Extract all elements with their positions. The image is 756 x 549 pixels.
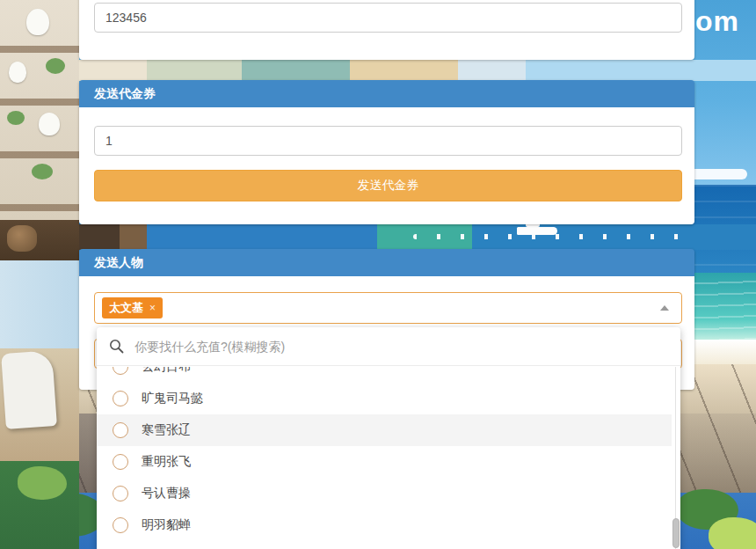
wall: [0, 260, 79, 348]
ceramic-vase: [39, 113, 60, 135]
code-input[interactable]: [94, 3, 682, 33]
radio-icon[interactable]: [113, 517, 128, 533]
character-panel-title: 发送人物: [79, 249, 694, 276]
dropdown-search-input[interactable]: [133, 339, 668, 355]
dropdown-option[interactable]: 旷鬼司马懿: [97, 383, 672, 414]
radio-icon[interactable]: [113, 486, 128, 501]
selected-tag-label: 太文基: [109, 297, 143, 318]
plant: [7, 111, 25, 125]
barrel: [7, 225, 37, 252]
radio-icon[interactable]: [113, 367, 128, 375]
plant: [32, 164, 53, 179]
card-top: [79, 0, 694, 60]
foliage: [709, 517, 756, 549]
option-label: 旷鬼司马懿: [142, 391, 203, 406]
boat: [517, 227, 557, 235]
option-label: 玄幻吕布: [142, 367, 191, 375]
dropdown-option[interactable]: 寒雪张辽: [97, 414, 672, 446]
voucher-panel-title: 发送代金券: [79, 80, 694, 107]
dropdown-scrollbar-track[interactable]: [672, 367, 680, 549]
option-label: 重明张飞: [142, 454, 191, 470]
voucher-amount-input[interactable]: [94, 126, 682, 156]
dropdown-scrollbar-thumb[interactable]: [672, 518, 680, 548]
plant: [46, 58, 65, 74]
send-voucher-button[interactable]: 发送代金券: [94, 170, 682, 201]
radio-icon[interactable]: [113, 391, 128, 406]
ceramic-vase: [9, 62, 26, 83]
option-label: 寒雪张辽: [142, 422, 191, 438]
dropdown-search-row: [97, 327, 680, 366]
search-icon: [109, 339, 124, 354]
cafe-left-column: [0, 0, 79, 549]
remove-tag-icon[interactable]: ×: [149, 297, 156, 318]
dropdown-option[interactable]: 明羽貂蝉: [97, 509, 672, 541]
watermark-text: om: [695, 5, 739, 38]
radio-icon[interactable]: [113, 422, 128, 438]
dropdown-option[interactable]: 玄幻吕布: [97, 367, 672, 383]
selected-tag: 太文基 ×: [102, 297, 163, 318]
option-label: 号认曹操: [142, 486, 191, 501]
radio-icon[interactable]: [113, 454, 128, 470]
cafe-interior-strip: [79, 60, 756, 81]
option-label: 明羽貂蝉: [142, 517, 191, 533]
white-chair: [1, 350, 57, 429]
voucher-panel: 发送代金券 发送代金券: [79, 80, 694, 224]
dropdown-options: 玄幻吕布旷鬼司马懿寒雪张辽重明张飞号认曹操明羽貂蝉: [97, 367, 672, 549]
chevron-up-icon[interactable]: [660, 305, 669, 311]
voucher-panel-body: 发送代金券: [79, 107, 694, 224]
ceramic-vase: [26, 9, 49, 35]
character-dropdown: 玄幻吕布旷鬼司马懿寒雪张辽重明张飞号认曹操明羽貂蝉: [97, 327, 680, 549]
character-multiselect[interactable]: 太文基 ×: [94, 292, 682, 324]
dropdown-option[interactable]: 号认曹操: [97, 478, 672, 509]
cloud: [686, 169, 747, 179]
foliage: [18, 466, 67, 500]
dropdown-option[interactable]: 重明张飞: [97, 446, 672, 478]
